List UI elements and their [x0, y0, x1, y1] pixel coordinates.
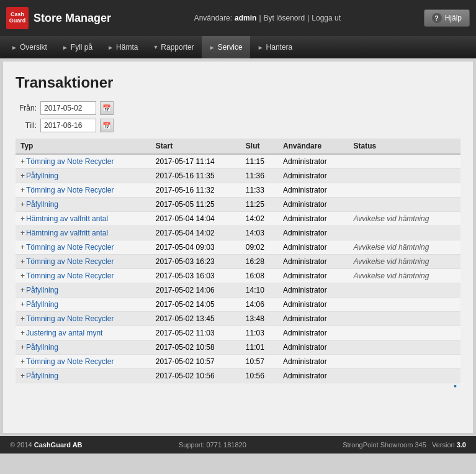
cell-start: 2017-05-04 09:03: [151, 240, 241, 255]
footer: © 2014 CashGuard AB Support: 0771 181820…: [0, 436, 476, 453]
table-row: +Påfyllning2017-05-05 11:2511:25Administ…: [16, 198, 460, 212]
table-row: +Tömning av Note Recycler2017-05-04 09:0…: [16, 240, 460, 255]
cell-start: 2017-05-03 16:23: [151, 255, 241, 269]
logo-area: CashGuard Store Manager: [6, 7, 111, 29]
type-link[interactable]: Tömning av Note Recycler: [26, 314, 114, 323]
cell-type: +Tömning av Note Recycler: [16, 269, 151, 283]
col-header-type: Typ: [16, 139, 151, 154]
nav-arrow-hantera: ►: [258, 44, 264, 51]
logout-link[interactable]: Logga ut: [312, 14, 341, 22]
cell-type: +Påfyllning: [16, 298, 151, 312]
cell-status: [349, 355, 460, 369]
type-link[interactable]: Påfyllning: [26, 200, 58, 209]
from-date-input[interactable]: [40, 101, 96, 115]
table-row: +Tömning av Note Recycler2017-05-02 13:4…: [16, 312, 460, 326]
table-row: +Hämtning av valfritt antal2017-05-04 14…: [16, 212, 460, 226]
row-expand-icon[interactable]: +: [20, 286, 25, 294]
nav-arrow-service: ►: [209, 44, 215, 51]
cell-end: 11:03: [241, 326, 278, 340]
main-content: Transaktioner Från: 📅 Till: 📅 Typ Start …: [2, 61, 474, 434]
nav-label-hamta: Hämta: [116, 43, 138, 52]
company-name: CashGuard AB: [34, 441, 83, 449]
type-link[interactable]: Tömning av Note Recycler: [26, 271, 114, 280]
nav-item-hantera[interactable]: ► Hantera: [250, 36, 300, 58]
row-expand-icon[interactable]: +: [20, 229, 25, 237]
type-link[interactable]: Påfyllning: [26, 171, 58, 180]
cell-user: Administrator: [278, 326, 348, 340]
cell-status: Avvikelse vid hämtning: [349, 240, 460, 255]
cell-end: 16:08: [241, 269, 278, 283]
table-row: +Påfyllning2017-05-02 14:0614:10Administ…: [16, 283, 460, 298]
nav-label-service: Service: [218, 43, 243, 52]
type-link[interactable]: Tömning av Note Recycler: [26, 257, 114, 266]
table-row: +Påfyllning2017-05-02 10:5811:01Administ…: [16, 340, 460, 355]
row-expand-icon[interactable]: +: [20, 214, 25, 223]
type-link[interactable]: Hämtning av valfritt antal: [26, 229, 108, 237]
cell-status: Avvikelse vid hämtning: [349, 269, 460, 283]
nav-arrow-hamta: ►: [107, 44, 114, 51]
cell-type: +Tömning av Note Recycler: [16, 255, 151, 269]
row-expand-icon[interactable]: +: [20, 343, 25, 352]
support-text: Support: 0771 181820: [179, 441, 246, 449]
cell-status: [349, 198, 460, 212]
status-badge: Avvikelse vid hämtning: [354, 271, 429, 280]
from-calendar-button[interactable]: 📅: [100, 101, 114, 115]
cell-start: 2017-05-02 14:05: [151, 298, 241, 312]
type-link[interactable]: Påfyllning: [26, 300, 58, 309]
type-link[interactable]: Tömning av Note Recycler: [26, 243, 114, 252]
nav-item-fyll-pa[interactable]: ► Fyll på: [55, 36, 100, 58]
table-row: +Tömning av Note Recycler2017-05-17 11:1…: [16, 154, 460, 169]
cell-end: 11:25: [241, 198, 278, 212]
nav-item-rapporter[interactable]: ▼ Rapporter: [145, 36, 201, 58]
row-expand-icon[interactable]: +: [20, 300, 25, 309]
nav-item-hamta[interactable]: ► Hämta: [100, 36, 145, 58]
row-expand-icon[interactable]: +: [20, 371, 25, 380]
row-expand-icon[interactable]: +: [20, 357, 25, 366]
type-link[interactable]: Tömning av Note Recycler: [26, 157, 114, 166]
cell-type: +Påfyllning: [16, 340, 151, 355]
table-row: +Påfyllning2017-05-16 11:3511:36Administ…: [16, 169, 460, 183]
table-row: +Justering av antal mynt2017-05-02 11:03…: [16, 326, 460, 340]
cell-type: +Hämtning av valfritt antal: [16, 226, 151, 240]
row-expand-icon[interactable]: +: [20, 171, 25, 180]
help-button[interactable]: ? Hjälp: [424, 9, 470, 27]
to-date-input[interactable]: [40, 119, 96, 132]
cell-start: 2017-05-16 11:32: [151, 183, 241, 198]
cell-start: 2017-05-03 16:03: [151, 269, 241, 283]
type-link[interactable]: Tömning av Note Recycler: [26, 357, 114, 366]
col-header-end: Slut: [241, 139, 278, 154]
status-badge: Avvikelse vid hämtning: [354, 214, 429, 223]
user-label: Användare:: [194, 14, 232, 22]
row-expand-icon[interactable]: +: [20, 243, 25, 252]
row-expand-icon[interactable]: +: [20, 329, 25, 337]
to-label: Till:: [16, 121, 37, 130]
type-link[interactable]: Tömning av Note Recycler: [26, 186, 114, 194]
nav-item-oversikt[interactable]: ► Översikt: [4, 36, 55, 58]
type-link[interactable]: Påfyllning: [26, 371, 58, 380]
status-badge: Avvikelse vid hämtning: [354, 257, 429, 266]
type-link[interactable]: Hämtning av valfritt antal: [26, 214, 108, 223]
type-link[interactable]: Justering av antal mynt: [26, 329, 102, 337]
row-expand-icon[interactable]: +: [20, 200, 25, 209]
change-password-link[interactable]: Byt lösenord: [264, 14, 305, 22]
cell-start: 2017-05-02 11:03: [151, 326, 241, 340]
row-expand-icon[interactable]: +: [20, 271, 25, 280]
cell-user: Administrator: [278, 212, 348, 226]
table-row: +Tömning av Note Recycler2017-05-03 16:2…: [16, 255, 460, 269]
cell-user: Administrator: [278, 198, 348, 212]
cell-type: +Påfyllning: [16, 169, 151, 183]
nav-item-service[interactable]: ► Service: [202, 36, 250, 58]
to-calendar-button[interactable]: 📅: [100, 119, 114, 132]
row-expand-icon[interactable]: +: [20, 257, 25, 266]
row-expand-icon[interactable]: +: [20, 186, 25, 194]
cell-status: Avvikelse vid hämtning: [349, 255, 460, 269]
nav-label-oversikt: Översikt: [20, 43, 47, 52]
nav-label-rapporter: Rapporter: [161, 43, 194, 52]
row-expand-icon[interactable]: +: [20, 157, 25, 166]
type-link[interactable]: Påfyllning: [26, 343, 58, 352]
navigation: ► Översikt ► Fyll på ► Hämta ▼ Rapporter…: [0, 36, 476, 58]
row-expand-icon[interactable]: +: [20, 314, 25, 323]
cell-end: 14:10: [241, 283, 278, 298]
cell-type: +Tömning av Note Recycler: [16, 240, 151, 255]
type-link[interactable]: Påfyllning: [26, 286, 58, 294]
